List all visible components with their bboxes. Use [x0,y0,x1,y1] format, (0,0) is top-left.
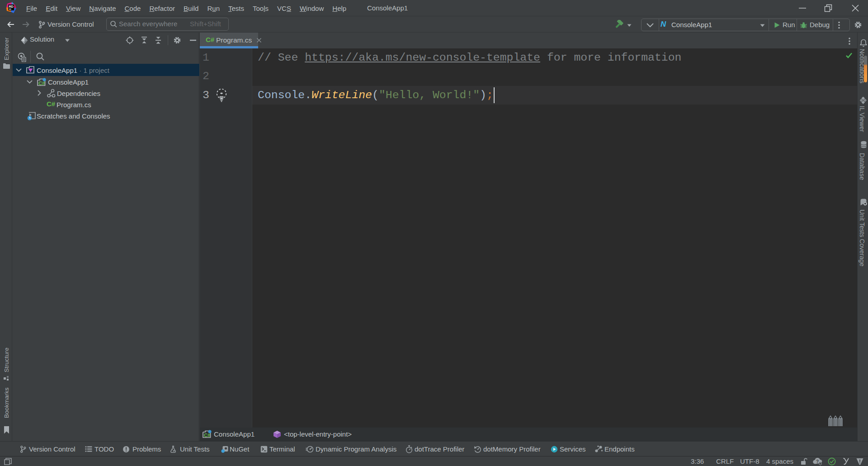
svg-text:?: ? [816,459,819,464]
svg-text:RD: RD [9,5,13,9]
